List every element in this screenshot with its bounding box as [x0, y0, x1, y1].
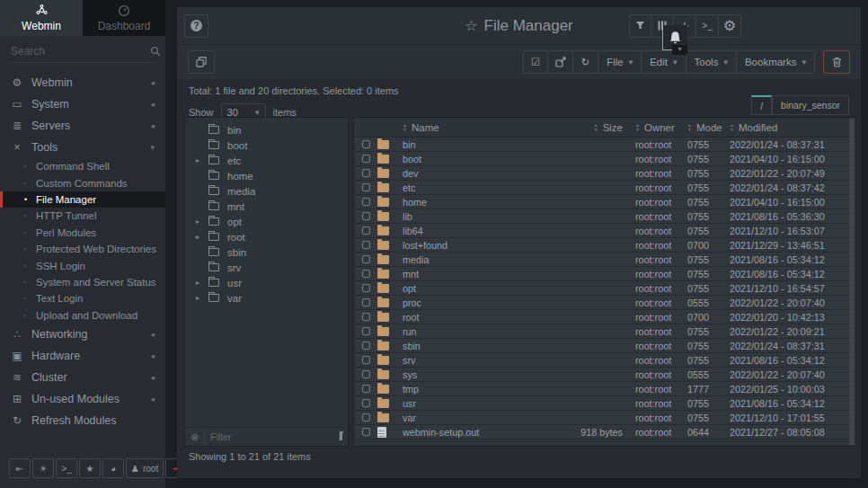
row-checkbox[interactable]: [362, 169, 370, 177]
user-button[interactable]: ♟ root: [126, 458, 164, 478]
collapse-sidebar-button[interactable]: ⇤: [9, 458, 31, 478]
tree-item[interactable]: boot: [185, 138, 348, 153]
column-header-owner[interactable]: Owner: [635, 122, 687, 133]
row-checkbox[interactable]: [362, 284, 370, 292]
table-row[interactable]: lib root:root 0755 2021/08/16 - 05:36:30: [354, 209, 855, 224]
table-row[interactable]: webmin-setup.out 918 bytes root:root 064…: [354, 425, 855, 439]
theme-button[interactable]: ☀: [32, 458, 54, 478]
row-name[interactable]: sys: [403, 369, 544, 380]
help-button[interactable]: ?: [184, 14, 208, 38]
sidebar-subitem[interactable]: Custom Commands: [0, 174, 165, 191]
row-name[interactable]: usr: [403, 398, 544, 409]
file-menu[interactable]: File▾: [598, 50, 642, 74]
column-header-size[interactable]: Size: [544, 122, 635, 133]
stats-button[interactable]: ◕: [102, 458, 124, 478]
tree-item[interactable]: srv: [185, 260, 348, 275]
sidebar-subitem[interactable]: Text Login: [0, 290, 165, 306]
sidebar-subitem[interactable]: Command Shell: [0, 158, 165, 174]
sidebar-section[interactable]: ∴ Networking ◂: [0, 324, 165, 345]
tree-expand-icon[interactable]: [196, 279, 208, 287]
notification-tab-chevron[interactable]: ▾: [672, 45, 687, 55]
tools-menu[interactable]: Tools▾: [686, 50, 737, 74]
row-name[interactable]: proc: [403, 297, 544, 308]
row-name[interactable]: root: [403, 312, 544, 323]
sidebar-section[interactable]: ▣ Hardware ◂: [0, 345, 165, 367]
favorite-star-icon[interactable]: ☆: [465, 18, 477, 33]
sidebar-section[interactable]: ≋ Cluster ◂: [0, 367, 165, 388]
settings-button[interactable]: ⚙: [719, 14, 741, 38]
tree-item[interactable]: bin: [185, 122, 348, 138]
tree-item[interactable]: media: [185, 183, 348, 199]
tree-expand-icon[interactable]: [196, 233, 208, 241]
table-row[interactable]: usr root:root 0755 2021/08/16 - 05:34:12: [354, 396, 855, 411]
sidebar-section[interactable]: ⚙ Webmin ◂: [0, 72, 165, 93]
row-checkbox[interactable]: [362, 198, 370, 206]
tree-filter-input[interactable]: [204, 430, 332, 443]
tree-item[interactable]: var: [185, 290, 348, 306]
row-name[interactable]: lib64: [403, 226, 544, 236]
row-checkbox[interactable]: [362, 255, 370, 263]
sidebar-section[interactable]: ▭ System ◂: [0, 93, 165, 115]
sidebar-subitem[interactable]: HTTP Tunnel: [0, 208, 165, 224]
row-checkbox[interactable]: [362, 313, 370, 321]
shell-button[interactable]: >_: [56, 458, 77, 478]
sidebar-section[interactable]: × Tools ▾: [0, 137, 165, 158]
table-row[interactable]: srv root:root 0755 2021/08/16 - 05:34:12: [354, 353, 855, 368]
tree-item[interactable]: mnt: [185, 199, 348, 214]
favorites-button[interactable]: ★: [79, 458, 101, 478]
row-name[interactable]: lost+found: [403, 240, 544, 251]
table-row[interactable]: root root:root 0700 2022/01/20 - 10:42:1…: [354, 310, 855, 324]
sidebar-section[interactable]: ≣ Servers ◂: [0, 115, 165, 137]
table-row[interactable]: mnt root:root 0755 2021/08/16 - 05:34:12: [354, 267, 855, 281]
sidebar-subitem[interactable]: Protected Web Directories: [0, 241, 165, 257]
search-input[interactable]: [11, 45, 150, 58]
row-checkbox[interactable]: [362, 270, 370, 278]
row-name[interactable]: media: [403, 254, 544, 265]
row-checkbox[interactable]: [362, 226, 370, 235]
row-name[interactable]: home: [403, 197, 544, 208]
tree-item[interactable]: usr: [185, 275, 348, 290]
row-checkbox[interactable]: [362, 428, 370, 436]
sidebar-subitem[interactable]: System and Server Status: [0, 274, 165, 290]
table-row[interactable]: lost+found root:root 0700 2021/12/29 - 1…: [354, 238, 855, 253]
row-checkbox[interactable]: [362, 155, 370, 163]
row-checkbox[interactable]: [362, 413, 370, 421]
share-button[interactable]: [548, 50, 573, 74]
table-row[interactable]: dev root:root 0755 2022/01/22 - 20:07:49: [354, 166, 855, 181]
table-row[interactable]: opt root:root 0755 2021/12/10 - 16:54:57: [354, 281, 855, 296]
row-name[interactable]: sbin: [403, 341, 544, 351]
table-row[interactable]: home root:root 0755 2021/04/10 - 16:15:0…: [354, 195, 855, 209]
table-row[interactable]: media root:root 0755 2021/08/16 - 05:34:…: [354, 253, 855, 267]
tree-expand-icon[interactable]: [196, 217, 208, 226]
sidebar-section[interactable]: ⊞ Un-used Modules ◂: [0, 388, 165, 410]
sidebar-subitem[interactable]: SSH Login: [0, 257, 165, 273]
table-row[interactable]: sbin root:root 0755 2022/01/24 - 08:37:3…: [354, 339, 855, 353]
sidebar-subitem[interactable]: Upload and Download: [0, 307, 165, 324]
tab-webmin[interactable]: Webmin: [0, 0, 83, 36]
bookmarks-menu[interactable]: Bookmarks▾: [737, 50, 815, 74]
new-window-button[interactable]: [188, 50, 215, 74]
row-checkbox[interactable]: [362, 183, 370, 191]
row-checkbox[interactable]: [362, 298, 370, 306]
sidebar-subitem[interactable]: Perl Modules: [0, 225, 165, 241]
tab-dashboard[interactable]: Dashboard: [83, 0, 165, 36]
folder-filter-icon[interactable]: [339, 433, 342, 440]
column-header-name[interactable]: Name: [403, 122, 544, 133]
tree-item[interactable]: root: [185, 229, 348, 244]
table-row[interactable]: proc root:root 0555 2022/01/22 - 20:07:4…: [354, 296, 855, 310]
table-row[interactable]: lib64 root:root 0755 2021/12/10 - 16:53:…: [354, 224, 855, 238]
row-checkbox[interactable]: [362, 212, 370, 220]
sidebar-subitem[interactable]: File Manager: [0, 191, 165, 208]
row-checkbox[interactable]: [362, 140, 370, 148]
column-header-mode[interactable]: Mode: [687, 122, 730, 133]
row-name[interactable]: lib: [403, 211, 544, 222]
row-checkbox[interactable]: [362, 342, 370, 350]
tree-item[interactable]: etc: [185, 153, 348, 168]
tree-item[interactable]: opt: [185, 214, 348, 229]
row-checkbox[interactable]: [362, 241, 370, 249]
sidebar-section[interactable]: ↻ Refresh Modules: [0, 410, 165, 431]
row-name[interactable]: run: [403, 326, 544, 337]
row-checkbox[interactable]: [362, 370, 370, 378]
row-name[interactable]: srv: [403, 355, 544, 366]
row-name[interactable]: webmin-setup.out: [403, 427, 544, 438]
